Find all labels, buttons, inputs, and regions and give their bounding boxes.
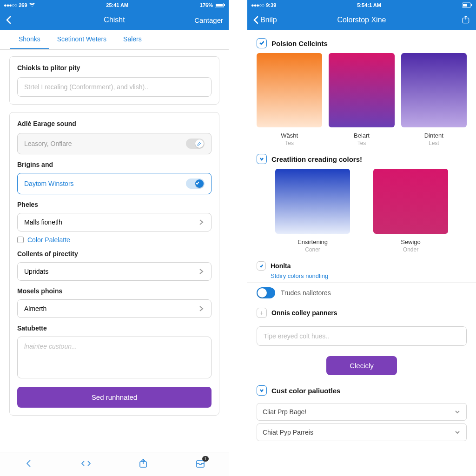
checkbox-color-palette[interactable]: Color Palelatte <box>17 236 212 244</box>
search-input[interactable] <box>17 77 212 97</box>
add-button[interactable]: + <box>257 308 267 318</box>
notes-textarea[interactable] <box>17 337 212 378</box>
row-daytom[interactable]: Daytom Winstors <box>17 173 212 194</box>
back-button[interactable]: Bnilp <box>253 16 277 24</box>
swatch-row-1: WäshtTes BelartTes DintentLest <box>247 53 476 150</box>
clecicly-button[interactable]: Clecicly <box>326 356 397 375</box>
svg-rect-1 <box>216 4 223 7</box>
toggle-leasory[interactable] <box>186 139 205 149</box>
chevron-right-icon <box>198 305 205 312</box>
wifi-icon <box>29 3 35 7</box>
swatch-row-2: EnsirteningConer SewigoOnder <box>247 169 476 257</box>
nav-bar: Chisht Cantager <box>0 10 229 30</box>
tab-box[interactable] <box>138 458 149 471</box>
section-toggle[interactable] <box>257 385 267 396</box>
status-bar: ●●●○○ 269 25:41 AM 176% <box>0 0 229 10</box>
swatch-belart[interactable]: BelartTes <box>329 53 394 146</box>
back-button[interactable] <box>6 16 11 24</box>
tab-back[interactable] <box>23 458 34 471</box>
hues-input[interactable] <box>257 326 467 346</box>
svg-rect-6 <box>471 4 472 6</box>
section-toggle[interactable] <box>257 154 267 164</box>
row-label: Leasory, Onflare <box>24 140 72 147</box>
dropdown-1[interactable]: Cliat Prp Bage! <box>257 403 467 421</box>
chevron-right-icon <box>198 268 205 275</box>
bottom-tabbar <box>0 452 229 476</box>
status-time: 5:54:1 AM <box>357 2 381 8</box>
share-icon <box>138 458 149 469</box>
checkbox-label: Color Palelatte <box>27 236 70 244</box>
tab-bar: Shonks Scetinont Weters Salers <box>0 30 229 50</box>
swatch-sewigo[interactable]: SewigoOnder <box>373 169 448 253</box>
chevron-left-icon <box>6 16 11 24</box>
tab-salers[interactable]: Salers <box>115 30 150 49</box>
swatch-ensirtening[interactable]: EnsirteningConer <box>275 169 350 253</box>
chevron-left-icon <box>253 16 258 24</box>
checkbox-icon <box>17 237 24 243</box>
row-leasory[interactable]: Leasory, Onflare <box>17 133 212 154</box>
code-icon <box>80 458 92 469</box>
row-label: Almerth <box>24 305 46 312</box>
chevron-down-icon <box>454 429 461 436</box>
swatch-dintent[interactable]: DintentLest <box>401 53 467 146</box>
battery-icon <box>215 3 225 7</box>
chevron-left-icon <box>23 458 34 469</box>
tab-inbox[interactable] <box>195 458 206 471</box>
form-content: Chiokls to plitor pity Adlè Earage sound… <box>0 50 229 452</box>
chevron-right-icon <box>198 219 205 225</box>
tab-shonks[interactable]: Shonks <box>10 30 49 49</box>
svg-rect-7 <box>463 4 467 7</box>
chevron-down-icon <box>454 409 461 415</box>
checkbox-honta[interactable] <box>257 261 266 271</box>
battery-text: 176% <box>200 2 213 8</box>
nav-bar: Bnilp Colorstop Xine <box>247 10 476 30</box>
svg-rect-4 <box>197 461 204 467</box>
inbox-icon <box>195 458 206 469</box>
section-polsion: Polsion Cellcints <box>247 34 476 53</box>
card-settings: Adlè Earage sound Leasory, Onflare Brigi… <box>9 112 219 416</box>
share-button[interactable] <box>461 15 470 26</box>
label-collents: Collents of pirectity <box>17 250 212 258</box>
tab-scetinont[interactable]: Scetinont Weters <box>49 30 115 49</box>
color-content: Polsion Cellcints WäshtTes BelartTes Din… <box>247 30 476 476</box>
honta-title: Honlta <box>271 262 291 270</box>
dropdown-2[interactable]: Chiat Pyp Parreis <box>257 423 467 441</box>
row-label: Upridats <box>24 268 48 275</box>
svg-rect-2 <box>224 4 225 6</box>
section-title: Polsion Cellcints <box>271 40 328 47</box>
toggle-label: Trudes nalletores <box>281 289 331 297</box>
label-pheles: Pheles <box>17 201 212 208</box>
section-title: Cust color paliuotles <box>271 387 340 395</box>
back-label: Bnilp <box>260 16 277 24</box>
label-mosels: Mosels phoins <box>17 287 212 295</box>
toggle-daytom[interactable] <box>186 178 205 189</box>
status-bar: ●●●○○ 9:39 5:54:1 AM <box>247 0 476 10</box>
section-creatlition: Creatlition creading colors! <box>247 150 476 169</box>
left-phone: ●●●○○ 269 25:41 AM 176% Chisht Cantager … <box>0 0 247 476</box>
signal-dots: ●●●○○ <box>4 2 17 8</box>
label-satubette: Satubette <box>17 324 212 332</box>
carrier-text: 9:39 <box>266 2 276 8</box>
row-upridats[interactable]: Upridats <box>17 262 212 281</box>
row-malls[interactable]: Malls fionetlh <box>17 213 212 231</box>
right-phone: ●●●○○ 9:39 5:54:1 AM Bnilp Colorstop Xin… <box>247 0 476 476</box>
row-panners: + Onnis colley panners <box>247 303 476 323</box>
row-label: Daytom Winstors <box>24 180 74 187</box>
section-toggle[interactable] <box>257 38 267 48</box>
panners-title: Onnis colley panners <box>271 309 337 317</box>
nav-right-action[interactable]: Cantager <box>194 16 223 24</box>
row-almerth[interactable]: Almerth <box>17 299 212 318</box>
toggle-trudes[interactable] <box>257 287 275 298</box>
group-label: Adlè Earage sound <box>17 120 212 127</box>
section-title: Creatlition creading colors! <box>271 155 362 163</box>
swatch-washt[interactable]: WäshtTes <box>257 53 322 146</box>
card-chiokls: Chiokls to plitor pity <box>9 56 219 105</box>
tab-code[interactable] <box>80 458 92 471</box>
card-title: Chiokls to plitor pity <box>17 64 212 72</box>
status-time: 25:41 AM <box>106 2 128 8</box>
submit-button[interactable]: Sed runhnated <box>17 387 212 408</box>
honta-subtitle: Stdiry colors nondling <box>261 272 476 282</box>
carrier-text: 269 <box>19 2 27 8</box>
label-brigins: Brigins and <box>17 161 212 168</box>
section-cust: Cust color paliuotles <box>247 382 476 400</box>
